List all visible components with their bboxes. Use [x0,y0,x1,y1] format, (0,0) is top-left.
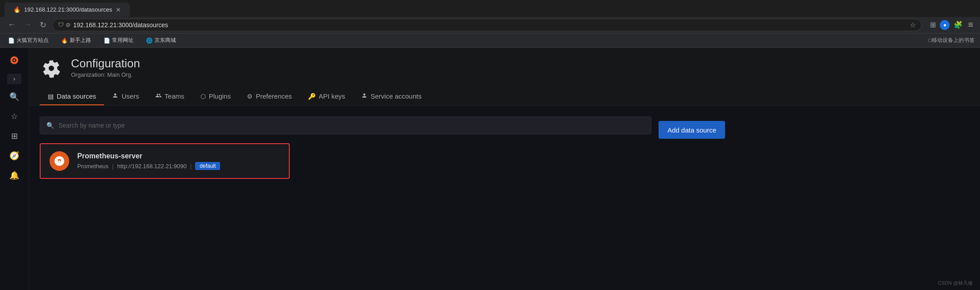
tab-serviceaccounts-label: Service accounts [371,92,421,100]
bookmark-jd[interactable]: 🌐 京东商城 [143,36,179,45]
tab-preferences[interactable]: ⚙ Preferences [239,88,300,105]
content-area: 🔍 Add data source Prometh [29,106,980,190]
bookmark-label: 京东商城 [154,37,176,44]
bookmark-icon: 🔥 [61,37,68,44]
page-title: Configuration [71,57,140,70]
bookmarks-right: □移动设备上的书签 [929,37,975,44]
tab-teams-label: Teams [165,92,184,100]
browser-right-controls: ⊞ ● 🧩 ≡ [929,18,975,31]
tab-users-label: Users [121,92,139,100]
url-text: 192.168.122.21:3000/datasources [73,21,168,29]
meta-separator-1: | [112,163,113,170]
datasource-info: Prometheus-server Prometheus | http://19… [77,152,280,170]
menu-button[interactable]: ≡ [967,18,975,31]
bookmark-label: 常用网址 [112,37,133,44]
browser-tabs-bar: 🔥 192.168.122.21:3000/datasources ✕ [0,0,980,17]
browser-chrome: 🔥 192.168.122.21:3000/datasources ✕ ← → … [0,0,980,33]
sidebar-item-dashboards[interactable]: ⊞ [5,127,23,145]
meta-separator-2: | [190,163,192,170]
search-bar[interactable]: 🔍 [40,116,651,134]
sidebar-item-search[interactable]: 🔍 [5,88,23,106]
add-datasource-button[interactable]: Add data source [659,121,725,139]
tab-serviceaccounts[interactable]: Service accounts [353,88,430,105]
main-content: Configuration Organization: Main Org. ▤ … [29,48,980,290]
back-button[interactable]: ← [5,19,18,30]
teams-tab-icon [155,92,162,100]
sidebar-item-explore[interactable]: 🧭 [5,147,23,165]
page-header: Configuration Organization: Main Org. ▤ … [29,48,980,106]
reload-button[interactable]: ↻ [38,19,49,31]
datasource-type: Prometheus [77,163,108,170]
dashboards-icon: ⊞ [11,131,18,141]
datasource-badge: default [195,162,220,170]
datasource-card[interactable]: Prometheus-server Prometheus | http://19… [40,143,290,179]
header-top: Configuration Organization: Main Org. [40,57,969,80]
bookmark-icon: 📄 [104,37,110,44]
serviceaccounts-tab-icon [361,92,367,100]
apikeys-tab-icon: 🔑 [308,93,316,100]
tab-users[interactable]: Users [104,88,147,105]
users-tab-icon [112,92,118,100]
header-text: Configuration Organization: Main Org. [71,57,140,78]
bookmark-icon: 🌐 [146,37,153,44]
datasource-url: http://192.168.122.21:9090 [117,163,186,170]
bookmarks-bar: 📄 火狐官方站点 🔥 新手上路 📄 常用网址 🌐 京东商城 □移动设备上的书签 [0,33,980,48]
browser-nav-bar: ← → ↻ 🛡 ⊘ 192.168.122.21:3000/datasource… [0,17,980,33]
datasource-meta: Prometheus | http://192.168.122.21:9090 … [77,162,280,170]
grafana-logo[interactable] [5,51,23,69]
app-container: › 🔍 ☆ ⊞ 🧭 🔔 Config [0,48,980,290]
svg-point-2 [13,59,15,61]
explore-icon: 🧭 [9,151,19,161]
preferences-tab-icon: ⚙ [247,93,253,100]
bookmark-label: 火狐官方站点 [17,37,49,44]
bookmark-common-urls[interactable]: 📄 常用网址 [101,36,136,45]
sidebar-item-alerting[interactable]: 🔔 [5,166,23,184]
tab-title: 192.168.122.21:3000/datasources [24,6,112,13]
tab-apikeys-label: API keys [319,92,345,100]
forward-button[interactable]: → [21,19,34,30]
search-and-button: 🔍 Add data source [40,116,969,143]
datasources-tab-icon: ▤ [48,93,54,100]
bookmark-foxofficial[interactable]: 📄 火狐官方站点 [5,36,51,45]
address-bar[interactable]: 🛡 ⊘ 192.168.122.21:3000/datasources ☆ [52,19,922,31]
footer-watermark: CSDN @林凡修 [938,280,973,286]
sidebar-collapse-button[interactable]: › [7,74,21,84]
datasource-name: Prometheus-server [77,152,280,160]
security-shield-icon: 🛡 [58,21,64,28]
tab-close-button[interactable]: ✕ [116,6,121,13]
tab-apikeys[interactable]: 🔑 API keys [300,88,353,105]
tab-plugins[interactable]: ⬡ Plugins [192,88,239,105]
tab-preferences-label: Preferences [256,92,292,100]
bell-icon: 🔔 [9,170,19,180]
sidebar: › 🔍 ☆ ⊞ 🧭 🔔 [0,48,29,290]
plugins-tab-icon: ⬡ [200,93,206,100]
page-subtitle: Organization: Main Org. [71,71,140,78]
search-input[interactable] [58,122,645,129]
bookmark-star-icon[interactable]: ☆ [910,21,916,29]
datasource-icon [50,151,69,171]
search-icon: 🔍 [9,92,19,102]
tab-favicon: 🔥 [13,6,21,13]
puzzle-button[interactable]: 🧩 [952,19,964,30]
tab-teams[interactable]: Teams [147,88,192,105]
bookmark-label: 新手上路 [70,37,91,44]
address-bar-security: 🛡 ⊘ [58,21,71,28]
tab-datasources-label: Data sources [57,92,96,100]
tab-plugins-label: Plugins [209,92,231,100]
extensions-button[interactable]: ⊞ [929,19,937,30]
search-bar-icon: 🔍 [46,122,54,129]
profile-button[interactable]: ● [940,20,950,30]
star-icon: ☆ [11,112,18,121]
bookmark-newuser[interactable]: 🔥 新手上路 [58,36,94,45]
address-text: 192.168.122.21:3000/datasources [73,21,907,29]
bookmark-icon: 📄 [8,37,15,44]
security-lock-icon: ⊘ [66,21,71,28]
sidebar-item-starred[interactable]: ☆ [5,108,23,125]
tab-datasources[interactable]: ▤ Data sources [40,88,104,105]
browser-tab[interactable]: 🔥 192.168.122.21:3000/datasources ✕ [4,3,130,17]
tabs: ▤ Data sources Users Teams ⬡ [40,88,969,105]
configuration-icon [40,57,63,80]
